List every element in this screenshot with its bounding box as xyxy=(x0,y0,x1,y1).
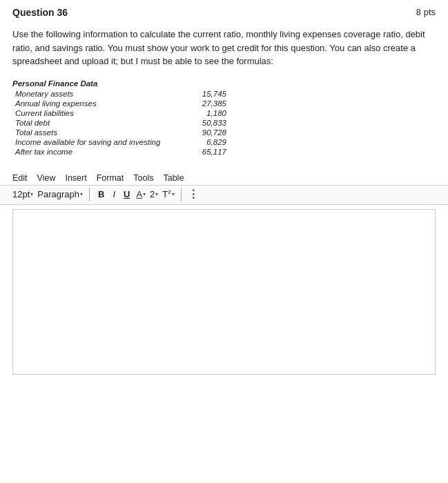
row-value: 65,117 xyxy=(191,147,247,157)
font-color-chevron: ▾ xyxy=(143,191,146,197)
row-label: Monetary assets xyxy=(12,89,191,99)
table-row: Current liabilities1,180 xyxy=(12,108,247,118)
row-label: Annual living expenses xyxy=(12,99,191,108)
table-row: Annual living expenses27,385 xyxy=(12,99,247,108)
toolbar-divider-2 xyxy=(181,188,182,201)
superscript-chevron: ▾ xyxy=(172,191,175,197)
row-value: 6,829 xyxy=(191,137,247,147)
superscript-dropdown[interactable]: T2 ▾ xyxy=(162,189,174,199)
superscript-label: T2 xyxy=(162,189,171,199)
page: Question 36 8 pts Use the following info… xyxy=(0,0,448,483)
row-label: Total assets xyxy=(12,128,191,137)
row-label: Total debt xyxy=(12,118,191,128)
highlight-dropdown[interactable]: 2 ▾ xyxy=(150,189,158,199)
font-size-value: 12pt xyxy=(12,189,30,199)
toolbar-divider-1 xyxy=(89,188,90,201)
table-row: Total debt50,833 xyxy=(12,118,247,128)
points-label: 8 pts xyxy=(416,7,436,17)
row-value: 90,728 xyxy=(191,128,247,137)
row-label: Income available for saving and investin… xyxy=(12,137,191,147)
menu-edit[interactable]: Edit xyxy=(12,173,28,183)
data-table: Monetary assets15,745Annual living expen… xyxy=(12,89,247,157)
more-options-button[interactable]: ⋮ xyxy=(188,188,199,201)
font-color-label: A xyxy=(136,189,142,199)
data-section-title: Personal Finance Data xyxy=(12,79,436,88)
row-label: Current liabilities xyxy=(12,108,191,118)
row-value: 15,745 xyxy=(191,89,247,99)
highlight-chevron: ▾ xyxy=(155,191,158,197)
row-value: 1,180 xyxy=(191,108,247,118)
table-row: After tax income65,117 xyxy=(12,147,247,157)
table-row: Total assets90,728 xyxy=(12,128,247,137)
menu-format[interactable]: Format xyxy=(97,173,124,183)
instructions-text: Use the following information to calcula… xyxy=(0,21,448,75)
bold-button[interactable]: B xyxy=(96,190,106,199)
header-bar: Question 36 8 pts xyxy=(0,0,448,21)
menu-bar: Edit View Insert Format Tools Table xyxy=(0,169,448,185)
formatting-toolbar: 12pt ▾ Paragraph ▾ B I U A ▾ 2 ▾ T2 ▾ ⋮ xyxy=(0,185,448,205)
font-color-dropdown[interactable]: A ▾ xyxy=(136,189,146,199)
menu-view[interactable]: View xyxy=(37,173,56,183)
underline-button[interactable]: U xyxy=(121,190,132,199)
question-title: Question 36 xyxy=(12,7,68,18)
font-size-dropdown[interactable]: 12pt ▾ xyxy=(12,189,33,199)
row-label: After tax income xyxy=(12,147,191,157)
table-row: Monetary assets15,745 xyxy=(12,89,247,99)
italic-button[interactable]: I xyxy=(110,190,117,199)
menu-table[interactable]: Table xyxy=(163,173,184,183)
menu-insert[interactable]: Insert xyxy=(65,173,86,183)
highlight-label: 2 xyxy=(150,189,155,199)
paragraph-label: Paragraph xyxy=(37,189,79,199)
row-value: 50,833 xyxy=(191,118,247,128)
table-row: Income available for saving and investin… xyxy=(12,137,247,147)
paragraph-dropdown[interactable]: Paragraph ▾ xyxy=(37,189,83,199)
data-section: Personal Finance Data Monetary assets15,… xyxy=(0,75,448,164)
paragraph-chevron: ▾ xyxy=(80,191,83,197)
font-size-chevron: ▾ xyxy=(30,191,33,197)
row-value: 27,385 xyxy=(191,99,247,108)
menu-items: Edit View Insert Format Tools Table xyxy=(12,173,184,183)
editor-area[interactable] xyxy=(12,209,436,375)
menu-tools[interactable]: Tools xyxy=(133,173,153,183)
